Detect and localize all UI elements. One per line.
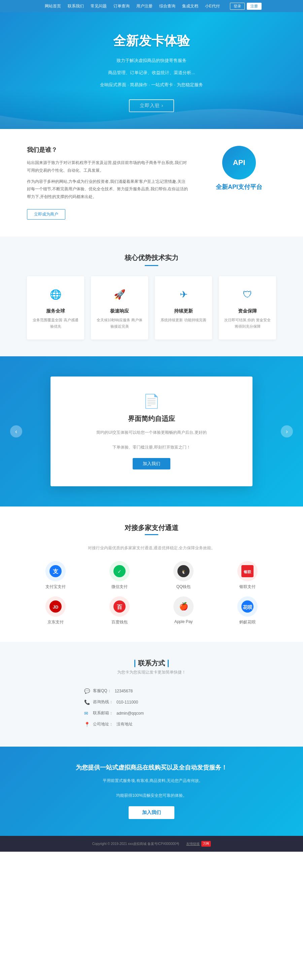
footer-cta-desc1: 平用前置式服务项,有靠准,商品资料,无论您产品有何故, — [27, 776, 276, 785]
qq-icon: 💬 — [84, 688, 90, 694]
about-section: 我们是谁？ 站出国来源于致力于对计算机程序于开发及运营,提供目前市场的电子商务平… — [0, 129, 303, 236]
huabei-label: 蚂蚁花呗 — [240, 619, 255, 625]
payment-applepay: 🍎 Apple Pay — [155, 597, 212, 625]
svg-text:百: 百 — [117, 604, 122, 610]
svg-text:🍎: 🍎 — [179, 602, 189, 611]
login-button[interactable]: 登录 — [230, 3, 245, 10]
baidu-label: 百度钱包 — [111, 619, 128, 625]
advantages-grid: 🌐 服务全球 业务范围覆盖全国 高户感通验优先 🚀 极速响应 全天候10秒响应服… — [27, 276, 276, 339]
wanwang-badge: 万网 — [201, 841, 211, 846]
payment-section: 对接多家支付通道 对接行业内最优质的多家家支付通道,通道优择稳定,全力保障业务效… — [0, 506, 303, 642]
nav-link-home[interactable]: 网站首页 — [41, 0, 64, 12]
carousel-icon: 📄 — [71, 393, 232, 409]
carousel-join-button[interactable]: 加入我们 — [133, 458, 170, 469]
section-divider — [145, 265, 158, 266]
footer: Copyright © 2019-2021 xxx虚拟商城 备案号ICP#000… — [0, 836, 303, 852]
location-icon: 📍 — [84, 722, 90, 727]
qq-logo: 🐧 — [173, 561, 194, 581]
contact-subtitle: 为您卡为您实现让发卡更加简单快捷！ — [27, 670, 276, 675]
carousel-section: ‹ 📄 界面简约自适应 简约的UI交互体验可以给您一个体验更顺畅的商户后台,更好… — [0, 356, 303, 506]
nav-link-query[interactable]: 综合查询 — [156, 0, 179, 12]
nav-link-register[interactable]: 用户注册 — [133, 0, 156, 12]
svg-text:JD: JD — [53, 605, 59, 609]
contact-address-value: 没有地址 — [116, 721, 133, 727]
contact-email-value: admin@qqcom — [116, 711, 144, 716]
footer-cta-title: 为您提供一站式虚拟商品在线购买以及全自动发货服务！ — [27, 764, 276, 772]
contact-hotline-label: 咨询热线： — [93, 699, 113, 705]
adv-desc-1: 全天候10秒响应服务 商户体验接近完美 — [96, 317, 143, 329]
adv-desc-0: 业务范围覆盖全国 高户感通验优先 — [32, 317, 79, 329]
globe-icon: 🌐 — [47, 286, 64, 303]
nav-link-order[interactable]: 订单查询 — [110, 0, 133, 12]
api-graphic: API 全新API支付平台 — [202, 146, 276, 191]
carousel-desc1: 简约的UI交互体验可以给您一个体验更顺畅的商户后台,更好的 — [71, 428, 232, 436]
contact-hotline-value: 010-111000 — [116, 700, 138, 705]
hero-sub2: 商品管理、订单记录、收益统计、渠道分析... — [108, 68, 195, 77]
shield-icon: 🛡 — [239, 286, 256, 303]
payment-grid: 支 支付宝支付 ✓ 微信支付 🐧 QQ钱包 — [27, 561, 276, 625]
rocket-icon: 🚀 — [111, 286, 128, 303]
about-p2: 作为内容于多种的网站,力争成为行业的投资者,我们涌凝着果果'客户至上'忘记营情趣… — [27, 178, 189, 201]
advantages-section: 核心优势技术实力 🌐 服务全球 业务范围覆盖全国 高户感通验优先 🚀 极速响应 … — [0, 236, 303, 356]
adv-title-1: 极速响应 — [96, 308, 143, 314]
footer-link[interactable]: 友情链接 — [186, 842, 200, 846]
nav-link-docs[interactable]: 集成文档 — [179, 0, 201, 12]
adv-card-global: 🌐 服务全球 业务范围覆盖全国 高户感通验优先 — [27, 276, 84, 339]
payment-alipay: 支 支付宝支付 — [27, 561, 84, 590]
hero-skyline-decoration — [0, 89, 303, 129]
contact-email: ✉ 联系邮箱： admin@qqcom — [84, 708, 219, 719]
adv-title-2: 持续更新 — [160, 308, 207, 314]
carousel-title: 界面简约自适应 — [71, 414, 232, 423]
contact-title-row: 联系方式 — [27, 659, 276, 668]
plane-icon: ✈ — [175, 286, 192, 303]
alipay-label: 支付宝支付 — [46, 584, 66, 590]
jd-logo: JD — [46, 597, 66, 617]
contact-email-label: 联系邮箱： — [93, 710, 113, 716]
api-sublabel: 全新API支付平台 — [216, 183, 262, 191]
carousel-prev-button[interactable]: ‹ — [10, 425, 22, 438]
svg-text:银联: 银联 — [243, 570, 252, 574]
contact-divider-right — [168, 660, 169, 667]
become-merchant-button[interactable]: 立即成为商户 — [27, 209, 65, 220]
nav-link-contact[interactable]: 联系我们 — [64, 0, 87, 12]
payment-wechat: ✓ 微信支付 — [91, 561, 148, 590]
register-button[interactable]: 注册 — [247, 3, 262, 10]
unionpay-logo: 银联 — [237, 561, 257, 581]
footer-join-button[interactable]: 加入我们 — [128, 806, 175, 819]
api-circle: API — [222, 146, 256, 180]
huabei-logo: 花呗 — [237, 597, 257, 617]
nav-link-faq[interactable]: 常见问题 — [87, 0, 110, 12]
svg-text:🐧: 🐧 — [181, 569, 186, 574]
about-text: 我们是谁？ 站出国来源于致力于对计算机程序于开发及运营,提供目前市场的电子商务平… — [27, 146, 189, 220]
payment-qq: 🐧 QQ钱包 — [155, 561, 212, 590]
carousel-next-button[interactable]: › — [281, 425, 293, 438]
contact-address: 📍 公司地址： 没有地址 — [84, 719, 219, 730]
adv-title-0: 服务全球 — [32, 308, 79, 314]
hero-title: 全新发卡体验 — [113, 32, 190, 49]
navbar: 网站首页 联系我们 常见问题 订单查询 用户注册 综合查询 集成文档 小E代付 … — [0, 0, 303, 12]
adv-desc-3: 次日即可结算,你的 资金安全将得到充分保障 — [224, 317, 271, 329]
footer-cta-desc2: 均能获得100%流畅安全您可靠的体验。 — [27, 791, 276, 800]
unionpay-label: 银联支付 — [240, 584, 255, 590]
svg-text:支: 支 — [52, 568, 59, 574]
about-p1: 站出国来源于致力于对计算机程序于开发及运营,提供目前市场的电子商务平台系统,我们… — [27, 159, 189, 175]
advantages-title: 核心优势技术实力 — [27, 253, 276, 262]
contact-divider-left — [134, 660, 135, 667]
payment-divider — [145, 534, 158, 535]
baidu-logo: 百 — [109, 597, 130, 617]
wechat-label: 微信支付 — [111, 584, 128, 590]
nav-link-pay[interactable]: 小E代付 — [201, 0, 223, 12]
payment-baidu: 百 百度钱包 — [91, 597, 148, 625]
carousel-desc2: 下单体验、零门槛注册,即刻打开致富之门！ — [71, 443, 232, 451]
alipay-logo: 支 — [46, 561, 66, 581]
adv-desc-2: 系统持续更新 功能持续完善 — [160, 317, 207, 323]
svg-text:✓: ✓ — [117, 569, 122, 574]
hero-section: 全新发卡体验 致力于解决虚拟商品的快捷寄售服务 商品管理、订单记录、收益统计、渠… — [0, 12, 303, 129]
adv-title-3: 资金保障 — [224, 308, 271, 314]
footer-cta-section: 为您提供一站式虚拟商品在线购买以及全自动发货服务！ 平用前置式服务项,有靠准,商… — [0, 747, 303, 836]
carousel-card: 📄 界面简约自适应 简约的UI交互体验可以给您一个体验更顺畅的商户后台,更好的 … — [51, 377, 252, 486]
footer-badge: 友情链接 万网 — [186, 841, 211, 846]
about-title: 我们是谁？ — [27, 146, 189, 154]
adv-card-update: ✈ 持续更新 系统持续更新 功能持续完善 — [155, 276, 212, 339]
contact-info: 💬 客服QQ： 12345678 📞 咨询热线： 010-111000 ✉ 联系… — [84, 685, 219, 730]
